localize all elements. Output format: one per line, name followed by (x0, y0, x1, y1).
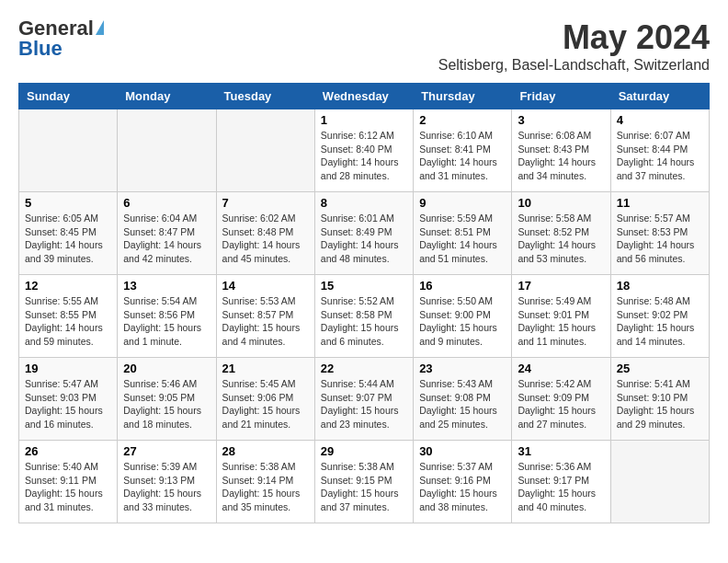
calendar-day: 16Sunrise: 5:50 AM Sunset: 9:00 PM Dayli… (414, 275, 512, 358)
column-header-tuesday: Tuesday (216, 84, 314, 109)
calendar-day: 3Sunrise: 6:08 AM Sunset: 8:43 PM Daylig… (512, 109, 610, 192)
day-number: 28 (222, 444, 309, 458)
day-info: Sunrise: 6:04 AM Sunset: 8:47 PM Dayligh… (123, 212, 210, 266)
day-info: Sunrise: 6:02 AM Sunset: 8:48 PM Dayligh… (222, 212, 309, 266)
logo: General Blue (18, 18, 104, 59)
calendar-day: 26Sunrise: 5:40 AM Sunset: 9:11 PM Dayli… (19, 441, 118, 523)
day-number: 22 (321, 362, 407, 375)
page-header: General Blue May 2024 Seltisberg, Basel-… (18, 18, 710, 74)
calendar-week-4: 19Sunrise: 5:47 AM Sunset: 9:03 PM Dayli… (19, 358, 710, 441)
calendar-week-5: 26Sunrise: 5:40 AM Sunset: 9:11 PM Dayli… (19, 441, 710, 523)
calendar-day: 24Sunrise: 5:42 AM Sunset: 9:09 PM Dayli… (512, 358, 610, 441)
day-number: 27 (123, 444, 210, 458)
calendar-week-3: 12Sunrise: 5:55 AM Sunset: 8:55 PM Dayli… (19, 275, 710, 358)
day-number: 31 (518, 444, 604, 458)
column-header-thursday: Thursday (414, 84, 512, 109)
calendar-day: 12Sunrise: 5:55 AM Sunset: 8:55 PM Dayli… (19, 275, 118, 358)
day-number: 21 (222, 362, 309, 375)
calendar-day: 28Sunrise: 5:38 AM Sunset: 9:14 PM Dayli… (216, 441, 314, 523)
day-info: Sunrise: 5:44 AM Sunset: 9:07 PM Dayligh… (321, 377, 407, 431)
calendar-day: 2Sunrise: 6:10 AM Sunset: 8:41 PM Daylig… (414, 109, 512, 192)
column-header-monday: Monday (118, 84, 216, 109)
day-number: 24 (518, 362, 604, 375)
calendar-day: 25Sunrise: 5:41 AM Sunset: 9:10 PM Dayli… (610, 358, 709, 441)
calendar-day: 30Sunrise: 5:37 AM Sunset: 9:16 PM Dayli… (414, 441, 512, 523)
day-number: 15 (321, 279, 407, 293)
day-info: Sunrise: 5:38 AM Sunset: 9:14 PM Dayligh… (222, 460, 309, 514)
day-number: 13 (123, 279, 210, 293)
day-info: Sunrise: 5:41 AM Sunset: 9:10 PM Dayligh… (617, 377, 703, 431)
calendar-day: 8Sunrise: 6:01 AM Sunset: 8:49 PM Daylig… (314, 192, 413, 275)
day-number: 19 (25, 362, 111, 375)
day-info: Sunrise: 6:01 AM Sunset: 8:49 PM Dayligh… (321, 212, 407, 266)
column-header-saturday: Saturday (610, 84, 709, 109)
day-info: Sunrise: 5:49 AM Sunset: 9:01 PM Dayligh… (518, 294, 604, 349)
calendar-day: 22Sunrise: 5:44 AM Sunset: 9:07 PM Dayli… (314, 358, 413, 441)
calendar-day: 18Sunrise: 5:48 AM Sunset: 9:02 PM Dayli… (610, 275, 709, 358)
calendar-day: 19Sunrise: 5:47 AM Sunset: 9:03 PM Dayli… (19, 358, 118, 441)
calendar-day: 23Sunrise: 5:43 AM Sunset: 9:08 PM Dayli… (414, 358, 512, 441)
day-number: 5 (25, 196, 111, 210)
day-number: 12 (25, 279, 111, 293)
calendar-day: 1Sunrise: 6:12 AM Sunset: 8:40 PM Daylig… (314, 109, 413, 192)
day-info: Sunrise: 5:59 AM Sunset: 8:51 PM Dayligh… (419, 212, 506, 266)
day-info: Sunrise: 5:52 AM Sunset: 8:58 PM Dayligh… (321, 294, 407, 349)
calendar-day (19, 109, 118, 192)
calendar-day: 5Sunrise: 6:05 AM Sunset: 8:45 PM Daylig… (19, 192, 118, 275)
logo-triangle-icon (96, 20, 104, 35)
calendar-week-2: 5Sunrise: 6:05 AM Sunset: 8:45 PM Daylig… (19, 192, 710, 275)
calendar-day: 17Sunrise: 5:49 AM Sunset: 9:01 PM Dayli… (512, 275, 610, 358)
calendar-day: 31Sunrise: 5:36 AM Sunset: 9:17 PM Dayli… (512, 441, 610, 523)
day-number: 26 (25, 444, 111, 458)
day-number: 9 (419, 196, 506, 210)
column-header-wednesday: Wednesday (314, 84, 413, 109)
calendar-header-row: SundayMondayTuesdayWednesdayThursdayFrid… (19, 84, 710, 109)
calendar-day: 27Sunrise: 5:39 AM Sunset: 9:13 PM Dayli… (118, 441, 216, 523)
day-info: Sunrise: 6:05 AM Sunset: 8:45 PM Dayligh… (25, 212, 111, 266)
location-title: Seltisberg, Basel-Landschaft, Switzerlan… (438, 57, 710, 74)
day-number: 23 (419, 362, 506, 375)
day-info: Sunrise: 5:48 AM Sunset: 9:02 PM Dayligh… (617, 294, 703, 349)
calendar-day (610, 441, 709, 523)
column-header-friday: Friday (512, 84, 610, 109)
day-info: Sunrise: 5:36 AM Sunset: 9:17 PM Dayligh… (518, 460, 604, 514)
calendar-day: 15Sunrise: 5:52 AM Sunset: 8:58 PM Dayli… (314, 275, 413, 358)
day-info: Sunrise: 5:57 AM Sunset: 8:53 PM Dayligh… (617, 212, 703, 266)
calendar-day: 4Sunrise: 6:07 AM Sunset: 8:44 PM Daylig… (610, 109, 709, 192)
day-info: Sunrise: 5:45 AM Sunset: 9:06 PM Dayligh… (222, 377, 309, 431)
calendar-day: 6Sunrise: 6:04 AM Sunset: 8:47 PM Daylig… (118, 192, 216, 275)
logo-general: General (18, 18, 94, 39)
month-title: May 2024 (438, 18, 710, 57)
calendar-day: 21Sunrise: 5:45 AM Sunset: 9:06 PM Dayli… (216, 358, 314, 441)
day-number: 29 (321, 444, 407, 458)
day-number: 10 (518, 196, 604, 210)
column-header-sunday: Sunday (19, 84, 118, 109)
day-number: 3 (518, 113, 604, 127)
day-info: Sunrise: 5:43 AM Sunset: 9:08 PM Dayligh… (419, 377, 506, 431)
day-info: Sunrise: 5:46 AM Sunset: 9:05 PM Dayligh… (123, 377, 210, 431)
day-info: Sunrise: 5:54 AM Sunset: 8:56 PM Dayligh… (123, 294, 210, 349)
calendar-day: 7Sunrise: 6:02 AM Sunset: 8:48 PM Daylig… (216, 192, 314, 275)
day-info: Sunrise: 5:39 AM Sunset: 9:13 PM Dayligh… (123, 460, 210, 514)
day-number: 17 (518, 279, 604, 293)
day-number: 8 (321, 196, 407, 210)
calendar-day: 10Sunrise: 5:58 AM Sunset: 8:52 PM Dayli… (512, 192, 610, 275)
logo-blue: Blue (18, 39, 63, 59)
calendar-day: 11Sunrise: 5:57 AM Sunset: 8:53 PM Dayli… (610, 192, 709, 275)
day-number: 1 (321, 113, 407, 127)
calendar-day: 29Sunrise: 5:38 AM Sunset: 9:15 PM Dayli… (314, 441, 413, 523)
day-info: Sunrise: 5:47 AM Sunset: 9:03 PM Dayligh… (25, 377, 111, 431)
day-number: 25 (617, 362, 703, 375)
day-info: Sunrise: 5:53 AM Sunset: 8:57 PM Dayligh… (222, 294, 309, 349)
calendar-table: SundayMondayTuesdayWednesdayThursdayFrid… (18, 83, 710, 523)
day-number: 18 (617, 279, 703, 293)
title-area: May 2024 Seltisberg, Basel-Landschaft, S… (438, 18, 710, 74)
day-info: Sunrise: 5:42 AM Sunset: 9:09 PM Dayligh… (518, 377, 604, 431)
day-number: 11 (617, 196, 703, 210)
day-info: Sunrise: 5:38 AM Sunset: 9:15 PM Dayligh… (321, 460, 407, 514)
day-info: Sunrise: 5:37 AM Sunset: 9:16 PM Dayligh… (419, 460, 506, 514)
calendar-day: 9Sunrise: 5:59 AM Sunset: 8:51 PM Daylig… (414, 192, 512, 275)
day-number: 16 (419, 279, 506, 293)
day-info: Sunrise: 5:40 AM Sunset: 9:11 PM Dayligh… (25, 460, 111, 514)
day-number: 6 (123, 196, 210, 210)
